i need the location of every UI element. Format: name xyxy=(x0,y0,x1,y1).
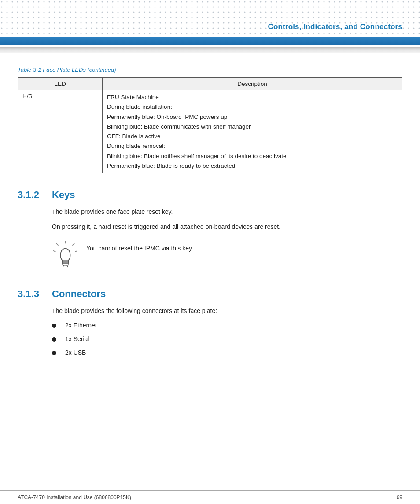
col-header-led: LED xyxy=(18,78,103,90)
col-header-description: Description xyxy=(103,78,402,90)
list-item-text: 2x Ethernet xyxy=(65,321,97,330)
footer-right: 69 xyxy=(397,494,402,500)
svg-rect-8 xyxy=(63,264,68,265)
svg-line-4 xyxy=(53,251,55,252)
list-item-text: 2x USB xyxy=(65,348,86,357)
list-item: 2x Ethernet xyxy=(52,321,402,330)
svg-line-3 xyxy=(56,244,58,246)
page-title: Controls, Indicators, and Connectors xyxy=(268,22,402,31)
list-item: 2x USB xyxy=(52,348,402,357)
table-cell-led: H/S xyxy=(18,90,103,173)
section-keys-number: 3.1.2 xyxy=(18,189,44,201)
connectors-list: 2x Ethernet1x Serial2x USB xyxy=(52,321,402,357)
top-dot-grid: Controls, Indicators, and Connectors xyxy=(0,0,420,37)
table-cell-description: FRU State MachineDuring blade installati… xyxy=(103,90,402,173)
footer-left: ATCA-7470 Installation and Use (6806800P… xyxy=(18,494,131,500)
led-table: LED Description H/SFRU State MachineDuri… xyxy=(18,77,402,173)
connectors-intro: The blade provides the following connect… xyxy=(52,306,402,316)
tip-box: You cannot reset the IPMC via this key. xyxy=(52,240,402,275)
bullet-dot xyxy=(52,351,56,355)
keys-paragraph-2: On pressing it, a hard reset is triggere… xyxy=(52,222,402,232)
list-item: 1x Serial xyxy=(52,335,402,344)
gray-bar xyxy=(0,47,420,53)
bullet-dot xyxy=(52,337,56,342)
table-caption: Table 3-1 Face Plate LEDs (continued) xyxy=(18,66,402,73)
section-connectors-label: Connectors xyxy=(52,288,106,300)
svg-line-1 xyxy=(73,244,74,246)
keys-paragraph-1: The blade provides one face plate reset … xyxy=(52,207,402,217)
main-content: Table 3-1 Face Plate LEDs (continued) LE… xyxy=(0,66,420,357)
blue-bar xyxy=(0,37,420,45)
section-keys-label: Keys xyxy=(52,189,75,201)
page-footer: ATCA-7470 Installation and Use (6806800P… xyxy=(0,490,420,504)
bullet-dot xyxy=(52,324,56,328)
list-item-text: 1x Serial xyxy=(65,335,89,344)
section-connectors-number: 3.1.3 xyxy=(18,288,44,300)
section-keys-heading: 3.1.2 Keys xyxy=(18,189,402,201)
tip-text: You cannot reset the IPMC via this key. xyxy=(86,240,193,253)
section-connectors-heading: 3.1.3 Connectors xyxy=(18,288,402,300)
lightbulb-icon xyxy=(52,240,78,275)
svg-line-2 xyxy=(75,251,77,252)
